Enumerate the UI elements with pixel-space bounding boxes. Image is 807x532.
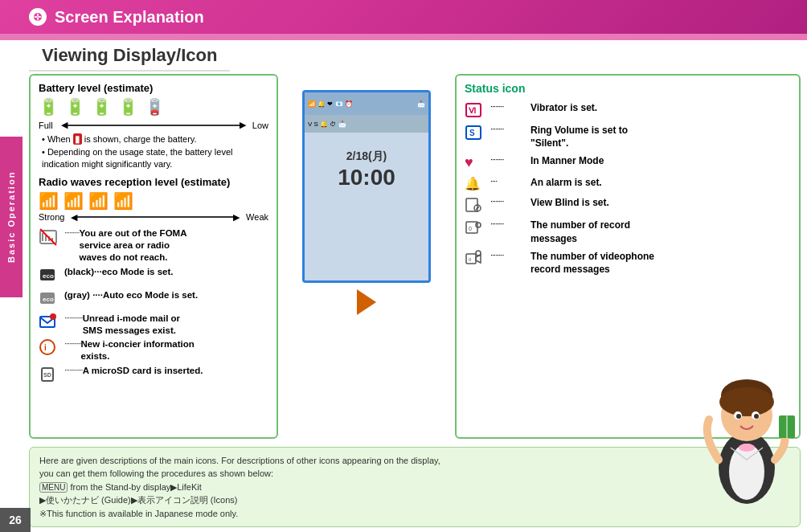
signal-arrow-row: Strong ◀ ▶ Weak [39,212,268,223]
status-ring: S ········ Ring Volume is set to"Silent"… [465,124,791,149]
manner-icon: ♥ [465,154,490,171]
foma-dots: ········· [64,227,80,237]
gray-eco-icon: eco [39,289,61,310]
svg-text:SD: SD [43,372,51,378]
note-line5: ※This function is available in Japanese … [39,509,238,518]
record-text: The number of recordmessages [530,219,630,244]
battery-title: Battery level (estimate) [39,82,268,94]
radio-title: Radio waves reception level (estimate) [39,176,268,188]
sig-arrow-body [77,216,233,218]
note-line3: from the Stand-by display▶LifeKit [71,482,202,492]
ring-icon: S [465,124,490,141]
phone-date: 2/18(月) [346,149,387,162]
manner-dots: ········ [490,154,530,164]
svg-text:eco: eco [43,296,54,303]
svg-point-25 [476,223,481,227]
signal-arrow: ◀ ▶ [71,212,240,223]
signal-2-icon: 📶 [88,191,109,211]
battery-arrow-row: Full ◀ ▶ Low [39,120,268,130]
svg-point-40 [754,414,759,419]
videophone-dots: ········ [490,250,530,260]
videophone-text: The number of videophonerecord messages [530,250,654,276]
battery-3-icon: 🔋 [65,97,85,117]
battery-bullet1: • When ▮ is shown, charge the battery. [39,133,268,145]
page-title: Screen Explanation [55,8,204,27]
mail-dots: ··········· [64,313,83,322]
character-illustration [694,363,799,508]
phone-status-bar: 📶 🔔 ❤ 📧 ⏰ 📩 [305,92,428,115]
entry-black-eco: eco (black)···eco Mode is set. [39,266,268,287]
black-eco-text: (black)···eco Mode is set. [64,266,173,278]
concier-text: New i-concier informationexists. [81,338,195,362]
viewblind-icon [465,196,490,214]
phone-time: 10:00 [338,165,395,190]
note-line4: ▶使いかたナビ (Guide)▶表示アイコン説明 (Icons) [39,495,237,505]
display-arrow [357,289,376,315]
microsd-text: A microSD card is inserted. [83,365,203,377]
vibrator-icon: Ⅵ [465,101,490,119]
status-viewblind: ········ View Blind is set. [465,196,791,214]
header-bar: Screen Explanation [0,0,807,34]
videophone-icon: 0 [465,250,490,268]
left-panel: Battery level (estimate) 🔋 🔋 🔋 🔋 🪫 Full … [29,74,278,439]
content-layout: Battery level (estimate) 🔋 🔋 🔋 🔋 🪫 Full … [0,69,807,444]
concier-icon: i [39,338,61,359]
alarm-icon: 🔔 [465,176,490,191]
status-icon-title: Status icon [465,82,791,95]
foma-icon [39,227,61,250]
section-title: Viewing Display/Icon [29,39,230,72]
signal-1-icon: 📶 [113,191,133,211]
note-line2: you can get them following the procedure… [39,469,273,478]
svg-text:0: 0 [469,257,472,262]
vibrator-text: Vibrator is set. [530,101,597,114]
mail-icon [39,313,61,334]
status-record: 0 ········ The number of recordmessages [465,219,791,244]
foma-text: You are out of the FOMAservice area or r… [80,227,187,264]
svg-text:Ⅵ: Ⅵ [468,106,476,115]
sig-right-arrowhead: ▶ [233,212,240,223]
section-heading: Viewing Display/Icon [0,40,807,69]
phone-datetime-area: 2/18(月) 10:00 [305,133,428,202]
phone-second-bar: V S 🔔 ⏱ 📩 [305,115,428,133]
svg-point-33 [739,444,755,452]
svg-text:eco: eco [43,272,54,280]
note-menu-icon: MENU [39,482,68,493]
mail-text: Unread i-mode mail orSMS messages exist. [83,313,180,337]
phone-arrow-indicator [357,289,376,315]
middle-section: 📶 🔔 ❤ 📧 ⏰ 📩 V S 🔔 ⏱ 📩 2/18(月) 10:00 [286,74,447,439]
heart-icon: ♥ [465,154,473,171]
svg-point-29 [476,251,481,256]
svg-text:S: S [469,129,475,137]
ring-dots: ········ [490,124,530,133]
battery-icons-row: 🔋 🔋 🔋 🔋 🪫 [39,97,268,117]
page-number: 26 [0,508,31,532]
phone-bar2-icons: V S 🔔 ⏱ 📩 [308,121,346,128]
microsd-icon: SD [39,365,61,386]
full-label: Full [39,121,61,130]
entry-foma: ········· You are out of the FOMAservice… [39,227,268,264]
phone-display: 📶 🔔 ❤ 📧 ⏰ 📩 V S 🔔 ⏱ 📩 2/18(月) 10:00 [302,90,431,283]
arrow-body [68,125,240,126]
record-icon: 0 [465,219,490,236]
microsd-dots: ··········· [64,365,83,374]
phone-status-icons2: 📩 [417,100,425,108]
gray-eco-text: (gray) ····Auto eco Mode is set. [64,289,198,301]
svg-text:0: 0 [469,226,472,231]
record-dots: ········ [490,219,530,228]
note-line1: Here are given descriptions of the main … [39,456,440,465]
manner-text: In Manner Mode [530,154,604,167]
svg-point-39 [736,414,741,419]
battery-bullet2: • Depending on the usage state, the batt… [39,146,268,171]
svg-point-32 [729,444,764,500]
battery-1-icon: 🔋 [118,97,138,117]
right-arrowhead: ▶ [240,120,246,130]
bell-icon: 🔔 [465,176,481,191]
svg-point-36 [719,387,774,416]
sig-left-arrowhead: ◀ [71,212,77,223]
black-eco-icon: eco [39,266,61,287]
viewblind-text: View Blind is set. [530,196,609,209]
low-label: Low [246,121,268,130]
alarm-text: An alarm is set. [530,176,602,189]
phone-datetime: 2/18(月) 10:00 [309,141,424,194]
weak-label: Weak [240,212,268,222]
